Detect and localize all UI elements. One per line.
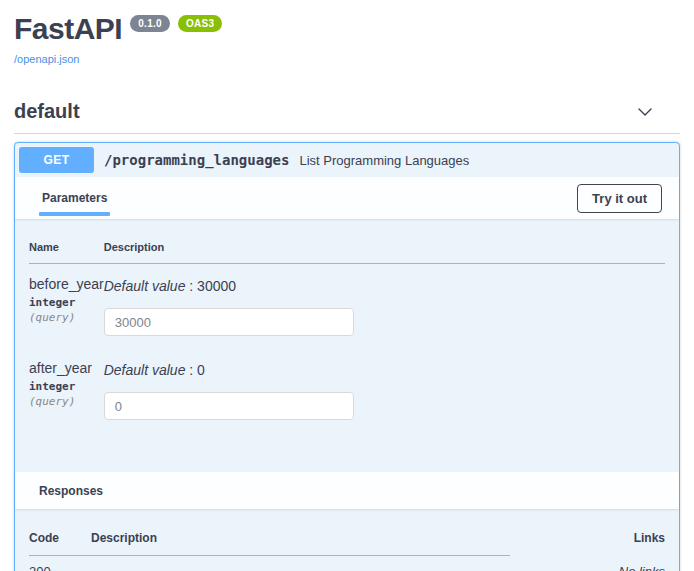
- response-code: 200: [29, 556, 91, 571]
- response-links: No links: [510, 556, 665, 571]
- parameter-default-text: Default value : 30000: [104, 278, 665, 294]
- parameters-container: Name Description before_year integer (qu…: [15, 219, 679, 472]
- param-name-header: Name: [29, 231, 104, 264]
- parameter-name: before_year: [29, 276, 104, 292]
- openapi-spec-link[interactable]: /openapi.json: [14, 53, 79, 65]
- after-year-input[interactable]: [104, 392, 354, 420]
- tag-section-header-default[interactable]: default: [14, 98, 680, 134]
- parameter-row-after-year: after_year integer (query) Default value…: [29, 348, 665, 432]
- responses-section-header: Responses: [15, 472, 679, 509]
- response-links-header: Links: [510, 521, 665, 556]
- operation-summary: List Programming Languages: [299, 153, 469, 168]
- opblock-get: GET /programming_languages List Programm…: [14, 142, 680, 571]
- parameter-type: integer: [29, 296, 104, 309]
- tag-name: default: [14, 100, 80, 123]
- param-description-header: Description: [104, 231, 665, 264]
- oas3-badge: OAS3: [178, 15, 222, 32]
- opblock-summary[interactable]: GET /programming_languages List Programm…: [15, 143, 679, 177]
- response-code-header: Code: [29, 521, 91, 556]
- active-tab-underline: [39, 212, 110, 216]
- version-badge: 0.1.0: [130, 15, 170, 32]
- parameter-name: after_year: [29, 360, 104, 376]
- responses-title: Responses: [39, 484, 103, 498]
- api-title: FastAPI: [14, 12, 122, 45]
- parameter-location: (query): [29, 311, 104, 324]
- response-description: Successful Response: [91, 556, 510, 571]
- parameter-location: (query): [29, 395, 104, 408]
- swagger-ui-page: FastAPI 0.1.0 OAS3 /openapi.json default…: [0, 0, 694, 571]
- parameter-default-text: Default value : 0: [104, 362, 665, 378]
- response-row-200: 200 Successful Response No links: [29, 556, 665, 571]
- try-it-out-button[interactable]: Try it out: [577, 184, 662, 213]
- parameters-tab-label: Parameters: [39, 191, 110, 205]
- before-year-input[interactable]: [104, 308, 354, 336]
- parameter-type: integer: [29, 380, 104, 393]
- parameters-section-header: Parameters Try it out: [15, 177, 679, 219]
- tab-parameters[interactable]: Parameters: [39, 181, 110, 216]
- operation-path: /programming_languages: [104, 152, 289, 168]
- api-info-header: FastAPI 0.1.0 OAS3 /openapi.json: [0, 0, 694, 67]
- chevron-down-icon[interactable]: [635, 102, 655, 122]
- response-description-header: Description: [91, 521, 510, 556]
- responses-container: Code Description Links 200 Successful Re…: [15, 509, 679, 571]
- parameter-row-before-year: before_year integer (query) Default valu…: [29, 264, 665, 349]
- http-method-badge: GET: [19, 147, 94, 173]
